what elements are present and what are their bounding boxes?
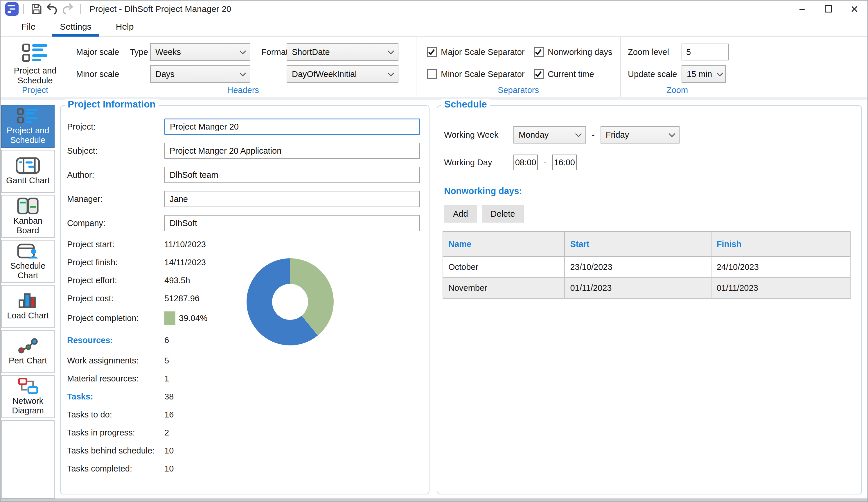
- ribbon-group-separators: Major Scale Separator Nonworking days Mi…: [416, 37, 621, 97]
- subject-input[interactable]: [164, 143, 420, 159]
- major-scale-type-select[interactable]: Weeks: [150, 43, 250, 61]
- redo-icon: [61, 2, 74, 16]
- table-header-row: Name Start Finish: [443, 232, 850, 257]
- minor-scale-type-select[interactable]: Days: [150, 65, 250, 83]
- sidebar-item-network-diagram[interactable]: Network Diagram: [1, 375, 55, 418]
- title-bar: Project - DlhSoft Project Manager 20 – ×: [1, 1, 867, 17]
- stat-label: Project effort:: [67, 276, 164, 285]
- day-end-input[interactable]: [552, 155, 577, 170]
- minimize-button[interactable]: –: [789, 1, 815, 17]
- nonworking-days-table: Name Start Finish October 23/10/2023 24/…: [443, 231, 850, 299]
- sidebar-item-pert-chart[interactable]: Pert Chart: [1, 330, 55, 373]
- menu-settings[interactable]: Settings: [51, 22, 100, 36]
- stat-tasks-in-progress: Tasks in progress: 2: [67, 427, 429, 438]
- stat-work-assignments: Work assignments: 5: [67, 355, 429, 366]
- table-row-october[interactable]: October 23/10/2023 24/10/2023: [443, 257, 850, 277]
- day-range-separator: -: [544, 158, 547, 167]
- window-bottom-edge: [1, 499, 867, 502]
- minor-scale-type-value: Days: [155, 70, 175, 79]
- project-schedule-button-label: Project and Schedule: [1, 66, 70, 85]
- undo-icon: [45, 2, 59, 16]
- working-week-row: Working Week Monday - Friday: [444, 126, 861, 144]
- menu-bar: File Settings Help: [1, 17, 867, 37]
- cell-name: October: [443, 257, 565, 277]
- sidebar-item-load-chart[interactable]: Load Chart: [1, 285, 55, 328]
- stat-label: Project start:: [67, 240, 164, 249]
- stat-tasks-completed: Tasks completed: 10: [67, 463, 429, 474]
- network-diagram-icon: [17, 378, 39, 395]
- cell-finish: 01/11/2023: [711, 277, 850, 298]
- stat-project-start: Project start: 11/10/2023: [67, 239, 429, 249]
- menu-file[interactable]: File: [13, 22, 44, 36]
- company-field-row: Company:: [67, 215, 429, 231]
- maximize-icon: [825, 5, 832, 12]
- sidebar-item-schedule-chart[interactable]: Schedule Chart: [1, 240, 55, 283]
- week-end-select[interactable]: Friday: [601, 126, 680, 144]
- add-button[interactable]: Add: [444, 205, 477, 223]
- menu-help[interactable]: Help: [107, 22, 143, 36]
- update-scale-select[interactable]: 15 min: [682, 65, 726, 83]
- chevron-down-icon: [240, 70, 246, 76]
- ribbon-group-headers: Major scale Type Weeks Format ShortDate …: [70, 37, 416, 97]
- app-logo-icon[interactable]: [5, 2, 19, 16]
- week-start-select[interactable]: Monday: [514, 126, 586, 144]
- sidebar-item-gantt-chart[interactable]: Gantt Chart: [1, 150, 55, 193]
- update-scale-value: 15 min: [687, 70, 712, 79]
- maximize-button[interactable]: [815, 1, 841, 17]
- author-input[interactable]: [164, 167, 420, 183]
- schedule-chart-icon: [16, 243, 40, 259]
- stat-value: 2: [164, 428, 429, 438]
- checkbox-icon: [427, 47, 437, 57]
- schedule-panel: Schedule Working Week Monday - Friday Wo…: [437, 105, 862, 494]
- day-start-input[interactable]: [514, 155, 538, 170]
- toolbar-separator: [23, 4, 24, 14]
- stat-label: Tasks in progress:: [67, 428, 164, 438]
- sidebar-item-project-and-schedule[interactable]: Project and Schedule: [1, 105, 55, 148]
- column-header-finish[interactable]: Finish: [711, 232, 850, 257]
- checkbox-icon: [427, 69, 437, 79]
- sidebar-nav: Project and Schedule Gantt Chart: [1, 100, 55, 499]
- stat-value: 10: [164, 446, 429, 455]
- project-input[interactable]: [164, 119, 420, 135]
- stat-material-resources: Material resources: 1: [67, 373, 429, 384]
- schedule-title: Schedule: [441, 99, 490, 110]
- close-button[interactable]: ×: [841, 1, 867, 17]
- undo-button[interactable]: [44, 2, 60, 16]
- ribbon-group-label-headers: Headers: [70, 85, 416, 95]
- stat-label: Resources:: [67, 336, 164, 345]
- delete-button[interactable]: Delete: [482, 205, 524, 223]
- window-title: Project - DlhSoft Project Manager 20: [90, 4, 231, 14]
- sidebar-item-label: Project and Schedule: [2, 126, 54, 145]
- toolbar-separator: [80, 4, 81, 14]
- major-scale-type-value: Weeks: [155, 47, 181, 57]
- manager-input[interactable]: [164, 191, 420, 207]
- sidebar-item-kanban-board[interactable]: Kanban Board: [1, 195, 55, 238]
- update-scale-label: Update scale: [628, 70, 682, 79]
- minor-scale-format-select[interactable]: DayOfWeekInitial: [287, 65, 399, 83]
- column-header-start[interactable]: Start: [565, 232, 711, 257]
- company-input[interactable]: [164, 215, 420, 231]
- stat-value: 5: [164, 356, 429, 366]
- major-scale-format-select[interactable]: ShortDate: [287, 43, 399, 61]
- chevron-down-icon: [575, 131, 582, 137]
- chevron-down-icon: [240, 48, 246, 54]
- major-scale-separator-checkbox[interactable]: Major Scale Separator: [427, 47, 534, 57]
- nonworking-days-checkbox[interactable]: Nonworking days: [534, 47, 620, 57]
- stat-label: Material resources:: [67, 374, 164, 383]
- project-and-schedule-ribbon-button[interactable]: Project and Schedule: [1, 37, 70, 85]
- project-label: Project:: [67, 122, 164, 132]
- load-chart-icon: [17, 292, 39, 309]
- zoom-level-input[interactable]: [682, 43, 728, 60]
- project-information-panel: Project Information Project: Subject: Au…: [60, 105, 430, 494]
- minor-scale-format-value: DayOfWeekInitial: [292, 70, 357, 79]
- checkbox-label: Nonworking days: [548, 47, 612, 57]
- stat-tasks-behind-schedule: Tasks behind schedule: 10: [67, 445, 429, 456]
- current-time-checkbox[interactable]: Current time: [534, 69, 620, 79]
- redo-button[interactable]: [60, 2, 75, 16]
- minor-scale-separator-checkbox[interactable]: Minor Scale Separator: [427, 69, 534, 79]
- table-row-november[interactable]: November 01/11/2023 01/11/2023: [443, 277, 850, 298]
- sidebar-item-label: Kanban Board: [2, 216, 54, 236]
- column-header-name[interactable]: Name: [443, 232, 565, 257]
- nonworking-days-label: Nonworking days:: [444, 186, 861, 196]
- save-button[interactable]: [29, 2, 44, 16]
